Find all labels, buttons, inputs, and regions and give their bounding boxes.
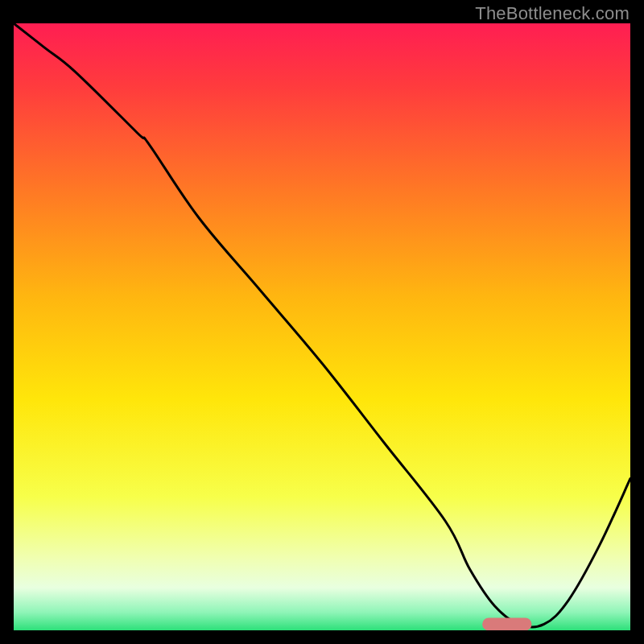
chart-frame [14,23,630,630]
watermark-text: TheBottleneck.com [475,3,630,24]
optimal-marker [482,617,531,630]
bottleneck-chart [14,23,630,630]
heat-background [14,23,630,630]
